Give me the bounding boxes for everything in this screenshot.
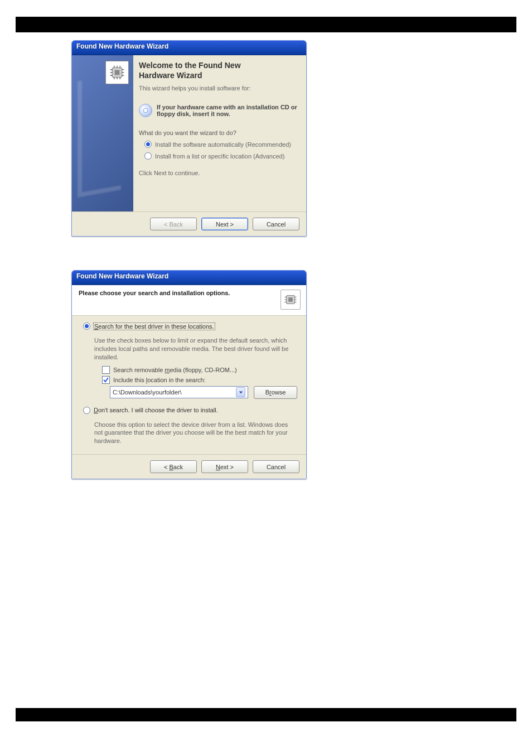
txt: B: [265, 389, 269, 396]
header-bar: [16, 17, 516, 32]
txt: edia (floppy, CD-ROM...): [170, 367, 237, 373]
welcome-heading: Welcome to the Found New Hardware Wizard: [139, 61, 298, 80]
svg-rect-1: [115, 70, 120, 75]
option-advanced-label: Install from a list or specific location…: [155, 153, 284, 160]
wizard-question: What do you want the wizard to do?: [139, 129, 298, 136]
option-search-block: Use the check boxes below to limit or ex…: [94, 334, 297, 399]
txt: on't search. I will choose the driver to…: [98, 407, 218, 413]
dropdown-caret-icon[interactable]: [236, 387, 245, 397]
window-title: Found New Hardware Wizard: [76, 272, 168, 280]
wizard-body: Search for the best driver in these loca…: [72, 316, 306, 454]
checkbox-icon: [102, 366, 110, 374]
cd-hint: If your hardware came with an installati…: [139, 104, 298, 117]
wizard-step1-group: Found New Hardware Wizard: [71, 40, 516, 237]
hardware-icon: [280, 290, 301, 310]
txt: owse: [272, 389, 286, 396]
check-include-location[interactable]: Include this location in the search:: [102, 376, 297, 384]
button-row: < Back Next > Cancel: [72, 454, 306, 479]
subheader-title: Please choose your search and installati…: [79, 290, 230, 296]
button-row: < Back Next > Cancel: [72, 211, 306, 236]
txt: <: [164, 464, 169, 470]
cancel-button[interactable]: Cancel: [253, 218, 299, 230]
option-dont-search[interactable]: Don't search. I will choose the driver t…: [83, 407, 297, 414]
sidebar-decoration: [78, 74, 121, 198]
window-titlebar: Found New Hardware Wizard: [72, 271, 306, 285]
next-label: Next >: [216, 464, 234, 470]
window-title: Found New Hardware Wizard: [76, 42, 168, 50]
window-titlebar: Found New Hardware Wizard: [72, 41, 306, 55]
mnemonic-b: B: [170, 464, 173, 470]
hardware-icon: [105, 61, 129, 84]
chip-icon: [284, 293, 297, 306]
option-advanced[interactable]: Install from a list or specific location…: [144, 152, 298, 160]
option-auto-label: Install the software automatically (Reco…: [155, 141, 291, 148]
next-button[interactable]: Next >: [201, 218, 248, 230]
radio-icon: [83, 322, 90, 330]
footer-bar: [16, 708, 516, 721]
check-removable[interactable]: Search removable media (floppy, CD-ROM..…: [102, 366, 297, 374]
checkbox-icon: [102, 376, 110, 384]
svg-rect-15: [288, 297, 293, 302]
wizard-step2-group: Found New Hardware Wizard Please choose …: [71, 270, 516, 479]
continue-hint: Click Next to continue.: [139, 170, 298, 176]
welcome-line1: Welcome to the Found New: [139, 61, 241, 70]
cancel-label: Cancel: [267, 464, 286, 470]
wizard-sidebar: [72, 55, 133, 211]
check-removable-label: Search removable media (floppy, CD-ROM..…: [113, 367, 237, 373]
back-button[interactable]: < Back: [150, 460, 197, 473]
browse-button[interactable]: Browse: [254, 386, 297, 399]
back-label: < Back: [164, 464, 183, 470]
next-label: Next >: [216, 221, 234, 228]
radio-icon: [144, 152, 152, 160]
option-auto[interactable]: Install the software automatically (Reco…: [144, 141, 298, 148]
option-search-label: Search for the best driver in these loca…: [94, 323, 215, 330]
txt: Search removable: [113, 367, 165, 373]
txt: ocation in the search:: [147, 377, 206, 383]
txt: ack: [173, 464, 183, 470]
option-dont-label: Don't search. I will choose the driver t…: [94, 407, 218, 413]
path-row: C:\Downloads\yourfolder\ Browse: [110, 386, 297, 399]
path-combobox[interactable]: C:\Downloads\yourfolder\: [110, 386, 248, 398]
browse-label: Browse: [265, 389, 286, 396]
chip-icon: [109, 65, 125, 80]
option-dont-block: Choose this option to select the device …: [94, 418, 297, 450]
txt: ext >: [220, 464, 234, 470]
radio-icon: [83, 407, 90, 414]
option-search-text: earch for the best driver in these locat…: [98, 323, 214, 330]
radio-icon: [144, 141, 152, 148]
back-button: < Back: [150, 218, 197, 230]
option-search-desc: Use the check boxes below to limit or ex…: [94, 336, 297, 362]
cancel-button[interactable]: Cancel: [253, 460, 299, 473]
wizard-subheader: Please choose your search and installati…: [72, 285, 306, 316]
cancel-label: Cancel: [267, 221, 286, 228]
option-dont-desc: Choose this option to select the device …: [94, 421, 297, 446]
document-page: Found New Hardware Wizard: [0, 0, 532, 744]
wizard-window-step2: Found New Hardware Wizard Please choose …: [71, 270, 307, 479]
back-label: < Back: [164, 221, 183, 228]
svg-marker-22: [239, 391, 242, 393]
welcome-line2: Hardware Wizard: [139, 71, 202, 80]
txt: Include this: [113, 377, 146, 383]
wizard-body: Welcome to the Found New Hardware Wizard…: [72, 55, 306, 211]
mnemonic-n: N: [216, 464, 220, 470]
cd-icon: [139, 104, 152, 117]
cd-hint-text: If your hardware came with an installati…: [157, 104, 298, 117]
check-include-label: Include this location in the search:: [113, 377, 206, 383]
next-button[interactable]: Next >: [201, 460, 248, 473]
option-search[interactable]: Search for the best driver in these loca…: [83, 322, 297, 330]
wizard-window-step1: Found New Hardware Wizard: [71, 40, 307, 237]
wizard-right-panel: Welcome to the Found New Hardware Wizard…: [133, 55, 306, 211]
mnemonic-d: D: [94, 407, 98, 413]
spacer: [16, 513, 516, 691]
path-value: C:\Downloads\yourfolder\: [113, 389, 182, 396]
mnemonic-m: m: [165, 367, 170, 373]
intro-text: This wizard helps you install software f…: [139, 85, 298, 92]
